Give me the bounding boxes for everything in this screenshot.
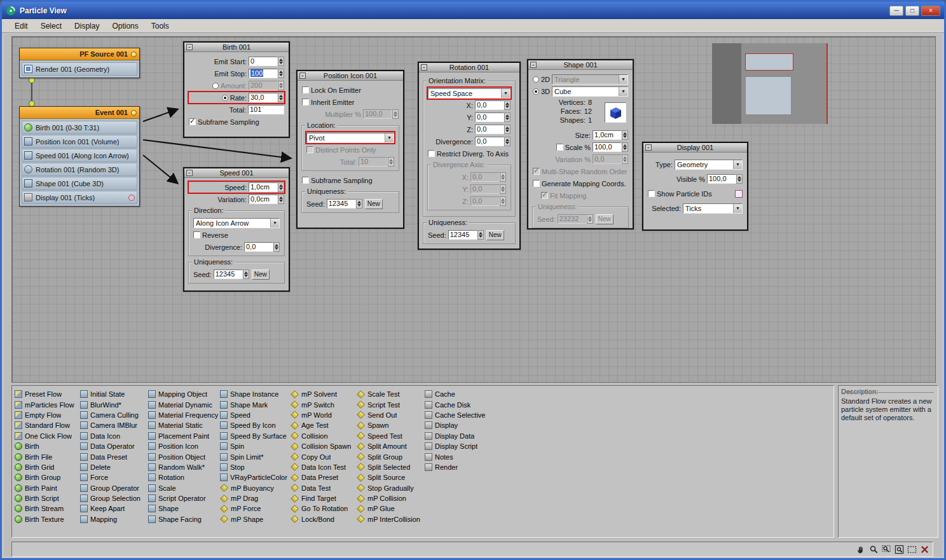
spinner[interactable] xyxy=(388,157,394,167)
depot-item[interactable]: Split Source xyxy=(357,472,425,482)
spinner[interactable] xyxy=(278,93,284,102)
scale-checkbox[interactable] xyxy=(556,144,563,151)
reverse-checkbox[interactable] xyxy=(193,231,200,238)
amount-radio[interactable] xyxy=(212,83,219,89)
emit-stop-field[interactable]: 100 xyxy=(249,69,278,78)
depot-item[interactable]: Shape xyxy=(148,503,220,514)
zoom-extents-tool-icon[interactable] xyxy=(893,543,905,555)
spinner[interactable] xyxy=(622,130,628,140)
mapping-coords-checkbox[interactable] xyxy=(533,180,540,187)
depot-item[interactable]: Split Amount xyxy=(357,441,425,451)
depot-item[interactable]: mP Shape xyxy=(220,514,291,524)
maximize-button[interactable]: □ xyxy=(905,6,919,16)
depot-item[interactable]: Script Operator xyxy=(148,493,220,503)
minimize-button[interactable]: ─ xyxy=(889,6,903,16)
multiplier-field[interactable]: 100,0 xyxy=(363,109,392,119)
depot-item[interactable]: Birth xyxy=(15,441,80,451)
depot-item[interactable]: VRayParticleColor xyxy=(220,472,291,482)
depot-item[interactable]: Split Selected xyxy=(357,462,425,472)
depot-item[interactable]: One Click Flow xyxy=(15,431,80,441)
menu-select[interactable]: Select xyxy=(34,20,68,32)
depot-item[interactable]: Shape Instance xyxy=(220,389,291,399)
depot-item[interactable]: mP Switch xyxy=(291,399,357,409)
speed-field[interactable]: 1,0cm xyxy=(249,182,278,192)
depot-item[interactable]: Delete xyxy=(80,462,148,472)
depot-item[interactable]: mP Drag xyxy=(220,493,291,503)
depot-item[interactable]: mP Glue xyxy=(357,503,425,514)
shape-3d-radio[interactable] xyxy=(533,88,539,95)
depot-item[interactable]: Shape Facing xyxy=(148,514,220,524)
display-panel-title[interactable]: - Display 001 xyxy=(643,143,747,153)
subframe-checkbox[interactable] xyxy=(189,118,196,125)
depot-item[interactable]: Collision xyxy=(291,431,357,441)
shape-3d-dropdown[interactable]: Cube ▼ xyxy=(552,86,628,97)
restrict-diverg-checkbox[interactable] xyxy=(428,150,435,157)
depot-item[interactable]: Rotation xyxy=(148,472,220,482)
id-color-swatch[interactable] xyxy=(735,190,743,198)
depot-item[interactable]: Speed By Icon xyxy=(220,420,291,430)
event-item-rotation[interactable]: Rotation 001 (Random 3D) xyxy=(22,163,137,176)
birth-panel-title[interactable]: - Birth 001 xyxy=(184,43,289,52)
event-item-display[interactable]: Display 001 (Ticks) xyxy=(22,191,137,204)
depot-item[interactable]: mP Collision xyxy=(357,493,425,503)
spinner[interactable] xyxy=(587,214,593,224)
depot-item[interactable]: Birth Script xyxy=(15,493,80,503)
spinner[interactable] xyxy=(392,109,399,119)
depot-item[interactable]: Scale xyxy=(148,483,220,493)
rate-field[interactable]: 30,0 xyxy=(249,93,278,102)
event-item-speed[interactable]: Speed 001 (Along Icon Arrow) xyxy=(22,149,137,162)
depot-item[interactable]: Position Icon xyxy=(148,441,220,451)
depot-item[interactable]: Empty Flow xyxy=(15,410,80,420)
depot-item[interactable]: Data Preset xyxy=(80,451,148,461)
event-canvas[interactable]: PF Source 001 Render 001 (Geometry) Even… xyxy=(11,36,936,383)
depot-item[interactable]: Stop Gradually xyxy=(357,483,425,493)
variation-field[interactable]: 0,0 xyxy=(593,154,622,164)
depot-item[interactable]: Split Group xyxy=(357,451,425,461)
depot-item[interactable]: Group Selection xyxy=(80,493,148,503)
divergence-field[interactable]: 0,0 xyxy=(244,242,273,252)
collapse-icon[interactable]: - xyxy=(645,144,652,151)
spinner[interactable] xyxy=(477,230,484,240)
depot-item[interactable]: mParticles Flow xyxy=(15,399,80,409)
show-ids-checkbox[interactable] xyxy=(648,190,655,197)
depot-item[interactable]: Birth Texture xyxy=(15,514,80,524)
spinner[interactable] xyxy=(736,174,743,184)
event-item-shape[interactable]: Shape 001 (Cube 3D) xyxy=(22,177,137,190)
close-button[interactable]: × xyxy=(921,6,940,16)
type-dropdown[interactable]: Geometry ▼ xyxy=(675,160,743,170)
size-field[interactable]: 1,0cm xyxy=(593,130,622,140)
depot-item[interactable]: Birth Group xyxy=(15,472,80,482)
axis-x-field[interactable]: 0,0 xyxy=(470,172,500,182)
depot-item[interactable]: Birth Stream xyxy=(15,503,80,514)
menu-edit[interactable]: Edit xyxy=(8,20,34,32)
depot-item[interactable]: Data Operator xyxy=(80,441,148,451)
title-bar[interactable]: Particle View ─ □ × xyxy=(2,2,944,19)
spinner[interactable] xyxy=(622,142,628,152)
depot-item[interactable]: Mapping Object xyxy=(148,389,220,399)
depot-item[interactable]: Preset Flow xyxy=(15,389,80,399)
divergence-field[interactable]: 0,0 xyxy=(475,137,504,146)
new-seed-button[interactable]: New xyxy=(486,230,504,240)
event-header[interactable]: Event 001 xyxy=(20,107,139,119)
enable-lamp-icon[interactable] xyxy=(131,110,137,116)
spinner[interactable] xyxy=(500,184,506,194)
depot-item[interactable]: mP InterCollision xyxy=(357,514,425,524)
x-field[interactable]: 0,0 xyxy=(475,100,504,110)
depot-item[interactable]: mP Force xyxy=(220,503,291,514)
depot-item[interactable]: Data Icon Test xyxy=(291,462,357,472)
depot-item[interactable]: Go To Rotation xyxy=(291,503,357,514)
seed-field[interactable]: 12345 xyxy=(327,199,356,208)
new-seed-button[interactable]: New xyxy=(252,270,270,280)
menu-options[interactable]: Options xyxy=(106,20,144,32)
depot-item[interactable]: Speed By Surface xyxy=(220,431,291,441)
spinner[interactable] xyxy=(278,69,284,78)
shape-panel-title[interactable]: - Shape 001 xyxy=(528,60,633,70)
depot-item[interactable]: Camera Culling xyxy=(80,410,148,420)
depot-item[interactable]: Initial State xyxy=(80,389,148,399)
speed-panel-title[interactable]: - Speed 001 xyxy=(184,168,289,178)
shape-2d-radio[interactable] xyxy=(533,76,539,83)
axis-z-field[interactable]: 0,0 xyxy=(470,196,500,206)
spinner[interactable] xyxy=(504,113,511,122)
spinner[interactable] xyxy=(504,125,511,134)
depot-item[interactable]: Display Data xyxy=(425,431,488,441)
